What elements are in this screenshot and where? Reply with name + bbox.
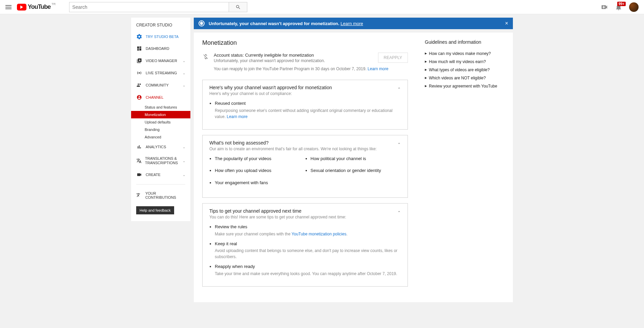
broadcast-icon bbox=[137, 70, 142, 76]
search-form bbox=[69, 2, 247, 12]
guideline-link[interactable]: What types of videos are eligible? bbox=[425, 66, 504, 74]
tip-desc-post: . bbox=[346, 232, 347, 236]
guidelines-panel: Guidelines and information How can my vi… bbox=[416, 33, 513, 302]
sidebar-label: CREATE bbox=[146, 173, 161, 177]
tip-desc: Take your time and make sure everything … bbox=[215, 271, 401, 277]
sidebar-label: ANALYTICS bbox=[146, 145, 166, 149]
chart-icon bbox=[137, 144, 142, 150]
sidebar-label: TRANSLATIONS & TRANSCRIPTIONS bbox=[145, 156, 183, 165]
tip-desc: Avoid uploading content that belongs to … bbox=[215, 248, 401, 260]
sub-branding[interactable]: Branding bbox=[131, 126, 190, 133]
chevron-up-icon[interactable]: ⌃ bbox=[397, 208, 401, 215]
chevron-up-icon[interactable]: ⌃ bbox=[397, 140, 401, 147]
help-feedback-button[interactable]: Help and feedback bbox=[136, 206, 174, 214]
card-tips: Tips to get your channel approved next t… bbox=[202, 203, 408, 287]
sidebar-title: CREATOR STUDIO bbox=[131, 23, 190, 31]
card-subtitle: You can do this! Here are some tips to g… bbox=[209, 215, 346, 219]
sidebar-item-contributions[interactable]: YOUR CONTRIBUTIONS bbox=[131, 188, 190, 203]
alert-banner: ✱ Unfortunately, your channel wasn't app… bbox=[194, 18, 513, 29]
translate-icon bbox=[136, 158, 142, 163]
dashboard-icon bbox=[137, 46, 142, 51]
chevron-down-icon: ⌄ bbox=[183, 71, 185, 75]
people-icon bbox=[137, 82, 142, 88]
hamburger-menu-icon[interactable] bbox=[5, 5, 12, 9]
card-not-approved-reason: Here's why your channel wasn't approved … bbox=[202, 80, 408, 130]
chevron-down-icon: ⌄ bbox=[183, 145, 185, 149]
card-title: Here's why your channel wasn't approved … bbox=[209, 85, 332, 90]
sub-advanced[interactable]: Advanced bbox=[131, 133, 190, 141]
guideline-link[interactable]: Which videos are NOT eligible? bbox=[425, 74, 504, 82]
reason-title: Reused content bbox=[215, 101, 246, 106]
country-code: TR bbox=[51, 2, 56, 6]
header: YouTube TR 99+ bbox=[0, 0, 644, 14]
logo-text: YouTube bbox=[28, 3, 50, 11]
sub-status-features[interactable]: Status and features bbox=[131, 103, 190, 111]
list-item: Sexual orientation or gender identity bbox=[311, 167, 401, 174]
guidelines-title: Guidelines and information bbox=[425, 39, 504, 45]
sidebar-label: LIVE STREAMING bbox=[146, 71, 177, 75]
main-content: ✱ Unfortunately, your channel wasn't app… bbox=[194, 18, 513, 302]
sidebar-label: YOUR CONTRIBUTIONS bbox=[145, 191, 185, 199]
guideline-link[interactable]: How can my videos make money? bbox=[425, 50, 504, 58]
tip-desc-pre: Make sure your channel complies with the bbox=[215, 232, 292, 236]
status-title: Account status: Currently ineligible for… bbox=[214, 53, 375, 58]
card-subtitle: Here's why your channel is out of compli… bbox=[209, 91, 332, 96]
upload-button[interactable] bbox=[601, 3, 608, 11]
banner-learn-more-link[interactable]: Learn more bbox=[340, 21, 363, 26]
banner-text: Unfortunately, your channel wasn't appro… bbox=[209, 21, 339, 26]
logo[interactable]: YouTube TR bbox=[17, 3, 56, 11]
list-item: How political your channel is bbox=[311, 155, 401, 162]
sub-monetization[interactable]: Monetization bbox=[131, 111, 190, 118]
camera-icon bbox=[137, 172, 142, 177]
notifications-button[interactable]: 99+ bbox=[615, 3, 622, 11]
sidebar-item-community[interactable]: COMMUNITY ⌄ bbox=[131, 79, 190, 91]
tip-title: Review the rules bbox=[215, 224, 247, 229]
list-item: The popularity of your videos bbox=[215, 155, 305, 162]
search-input[interactable] bbox=[69, 2, 229, 12]
gear-icon bbox=[136, 34, 142, 40]
reapply-text: You can reapply to join the YouTube Part… bbox=[214, 66, 367, 71]
reapply-learn-more-link[interactable]: Learn more bbox=[368, 66, 388, 71]
sidebar-item-video-manager[interactable]: VIDEO MANAGER ⌄ bbox=[131, 55, 190, 67]
chevron-up-icon[interactable]: ⌃ bbox=[397, 85, 401, 92]
guideline-link[interactable]: Review your agreement with YouTube bbox=[425, 82, 504, 90]
sidebar-label: COMMUNITY bbox=[146, 83, 169, 87]
sidebar-label: VIDEO MANAGER bbox=[146, 59, 177, 63]
reason-learn-more-link[interactable]: Learn more bbox=[227, 114, 247, 119]
sidebar-item-create[interactable]: CREATE ⌄ bbox=[131, 169, 190, 181]
list-item: Your engagement with fans bbox=[215, 179, 305, 186]
card-subtitle: Our aim is to create an environment that… bbox=[209, 147, 377, 151]
sidebar-label: CHANNEL bbox=[146, 95, 164, 99]
film-icon bbox=[137, 58, 142, 63]
sidebar-item-dashboard[interactable]: DASHBOARD bbox=[131, 42, 190, 55]
avatar[interactable] bbox=[629, 2, 639, 12]
asterisk-icon: ✱ bbox=[199, 20, 205, 26]
tip-title: Reapply when ready bbox=[215, 264, 255, 269]
status-subtitle: Unfortunately, your channel wasn't appro… bbox=[214, 58, 375, 63]
notifications-badge: 99+ bbox=[617, 2, 626, 6]
sidebar-item-live-streaming[interactable]: LIVE STREAMING ⌄ bbox=[131, 67, 190, 79]
no-money-icon bbox=[202, 53, 209, 60]
card-title: Tips to get your channel approved next t… bbox=[209, 208, 346, 214]
sidebar-item-channel[interactable]: CHANNEL bbox=[131, 91, 190, 103]
chevron-down-icon: ⌄ bbox=[183, 59, 185, 63]
card-not-assessed: What's not being assessed? Our aim is to… bbox=[202, 135, 408, 198]
close-icon[interactable]: × bbox=[505, 20, 508, 26]
sub-upload-defaults[interactable]: Upload defaults bbox=[131, 118, 190, 126]
search-icon bbox=[235, 4, 241, 10]
guideline-link[interactable]: How much will my videos earn? bbox=[425, 58, 504, 66]
page-title: Monetization bbox=[202, 39, 408, 46]
sidebar-label: DASHBOARD bbox=[146, 46, 169, 51]
search-button[interactable] bbox=[229, 2, 247, 12]
try-studio-beta[interactable]: TRY STUDIO BETA bbox=[131, 31, 190, 42]
chevron-down-icon: ⌄ bbox=[183, 173, 185, 177]
sidebar-item-translations[interactable]: TRANSLATIONS & TRANSCRIPTIONS ⌄ bbox=[131, 153, 190, 169]
sidebar: CREATOR STUDIO TRY STUDIO BETA DASHBOARD… bbox=[131, 18, 190, 221]
tip-title: Keep it real bbox=[215, 241, 237, 246]
video-plus-icon bbox=[601, 3, 608, 11]
list-item: How often you upload videos bbox=[215, 167, 305, 174]
person-icon bbox=[137, 95, 142, 100]
reapply-button[interactable]: REAPPLY bbox=[378, 53, 408, 63]
monetization-policies-link[interactable]: YouTube monetization policies bbox=[292, 232, 347, 236]
sidebar-item-analytics[interactable]: ANALYTICS ⌄ bbox=[131, 141, 190, 153]
